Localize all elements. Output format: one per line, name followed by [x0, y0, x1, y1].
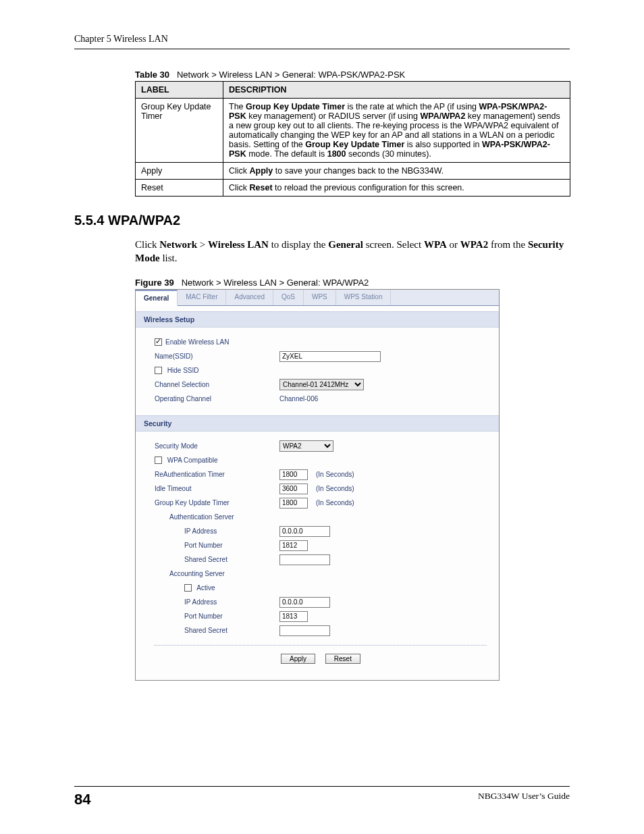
auth-secret-input[interactable]	[279, 554, 330, 565]
auth-port-input[interactable]	[279, 540, 308, 551]
tab-wps-station[interactable]: WPS Station	[336, 290, 392, 305]
idle-unit: (In Seconds)	[316, 485, 354, 492]
ssid-label: Name(SSID)	[155, 353, 279, 360]
acct-ip-label: IP Address	[155, 598, 279, 606]
security-mode-label: Security Mode	[155, 442, 279, 450]
page-footer: 84 NBG334W User’s Guide	[74, 786, 570, 808]
guide-name: NBG334W User’s Guide	[478, 791, 570, 802]
tab-advanced[interactable]: Advanced	[226, 290, 273, 305]
reauth-timer-label: ReAuthentication Timer	[155, 471, 279, 478]
tab-general[interactable]: General	[136, 290, 178, 306]
acct-active-label: Active	[196, 584, 215, 592]
cell-label: Group Key Update Timer	[136, 99, 223, 163]
reset-button[interactable]: Reset	[325, 654, 360, 664]
acct-secret-label: Shared Secret	[155, 627, 279, 634]
figure39-caption-label: Figure 39	[135, 278, 174, 288]
acct-port-label: Port Number	[155, 613, 279, 620]
channel-selection-label: Channel Selection	[155, 381, 279, 388]
chapter-header: Chapter 5 Wireless LAN	[74, 34, 570, 49]
group-key-label: Group Key Update Timer	[155, 499, 279, 506]
section-heading-554: 5.5.4 WPA/WPA2	[74, 213, 570, 228]
table-row: Group Key Update Timer The Group Key Upd…	[136, 99, 570, 163]
hide-ssid-wrap: Hide SSID	[155, 367, 279, 375]
channel-selection-select[interactable]: Channel-01 2412MHz	[279, 379, 364, 390]
enable-wlan-label: Enable Wireless LAN	[165, 338, 229, 346]
table30-caption-text: Network > Wireless LAN > General: WPA-PS…	[177, 70, 405, 80]
section-security: Security	[136, 415, 499, 432]
wpa-compatible-wrap: WPA Compatible	[155, 457, 279, 465]
th-label: LABEL	[136, 82, 223, 99]
auth-secret-label: Shared Secret	[155, 556, 279, 563]
operating-channel-label: Operating Channel	[155, 395, 279, 402]
auth-server-label: Authentication Server	[155, 513, 279, 521]
hide-ssid-checkbox[interactable]	[155, 367, 162, 374]
ssid-input[interactable]	[279, 351, 381, 362]
acct-active-wrap: Active	[155, 584, 279, 592]
operating-channel-value: Channel-006	[279, 395, 318, 402]
security-mode-select[interactable]: WPA2	[279, 440, 333, 452]
wpa-compatible-label: WPA Compatible	[167, 457, 218, 464]
figure39-caption: Figure 39 Network > Wireless LAN > Gener…	[135, 278, 570, 288]
figure39-caption-text: Network > Wireless LAN > General: WPA/WP…	[182, 278, 369, 288]
idle-timeout-input[interactable]	[279, 484, 308, 494]
th-desc: DESCRIPTION	[223, 82, 570, 99]
cell-label: Apply	[136, 163, 223, 180]
idle-timeout-label: Idle Timeout	[155, 485, 279, 492]
table-row: Apply Click Apply to save your changes b…	[136, 163, 570, 180]
cell-desc: Click Apply to save your changes back to…	[223, 163, 570, 180]
acct-secret-input[interactable]	[279, 625, 330, 636]
enable-wlan-checkbox[interactable]	[155, 338, 162, 346]
reauth-unit: (In Seconds)	[316, 471, 354, 478]
group-key-unit: (In Seconds)	[316, 499, 354, 506]
button-row: Apply Reset	[155, 651, 487, 672]
tab-qos[interactable]: QoS	[273, 290, 304, 305]
group-key-input[interactable]	[279, 498, 308, 509]
acct-ip-input[interactable]	[279, 597, 330, 608]
tab-mac-filter[interactable]: MAC Filter	[178, 290, 226, 305]
cell-desc: Click Reset to reload the previous confi…	[223, 180, 570, 197]
cell-desc: The Group Key Update Timer is the rate a…	[223, 99, 570, 163]
auth-ip-label: IP Address	[155, 527, 279, 535]
table30: LABEL DESCRIPTION Group Key Update Timer…	[135, 81, 570, 197]
acct-server-label: Accounting Server	[155, 570, 279, 577]
cell-label: Reset	[136, 180, 223, 197]
tabs: General MAC Filter Advanced QoS WPS WPS …	[136, 290, 499, 306]
wireless-setup-form: Enable Wireless LAN Name(SSID) Hide SSID…	[136, 328, 499, 415]
table-row: Reset Click Reset to reload the previous…	[136, 180, 570, 197]
section-wireless-setup: Wireless Setup	[136, 311, 499, 328]
body-paragraph: Click Network > Wireless LAN to display …	[135, 238, 570, 265]
table30-caption-label: Table 30	[135, 70, 169, 80]
reauth-timer-input[interactable]	[279, 469, 308, 480]
apply-button[interactable]: Apply	[281, 654, 315, 664]
tab-wps[interactable]: WPS	[304, 290, 336, 305]
acct-port-input[interactable]	[279, 611, 308, 622]
auth-ip-input[interactable]	[279, 526, 330, 537]
page-number: 84	[74, 791, 90, 808]
auth-port-label: Port Number	[155, 542, 279, 549]
security-form: Security Mode WPA2 WPA Compatible ReAuth…	[136, 432, 499, 680]
screenshot-panel: General MAC Filter Advanced QoS WPS WPS …	[135, 289, 500, 681]
wpa-compatible-checkbox[interactable]	[155, 457, 162, 464]
acct-active-checkbox[interactable]	[184, 584, 192, 592]
table30-caption: Table 30 Network > Wireless LAN > Genera…	[135, 70, 570, 80]
divider	[155, 645, 487, 646]
hide-ssid-label: Hide SSID	[167, 367, 199, 374]
